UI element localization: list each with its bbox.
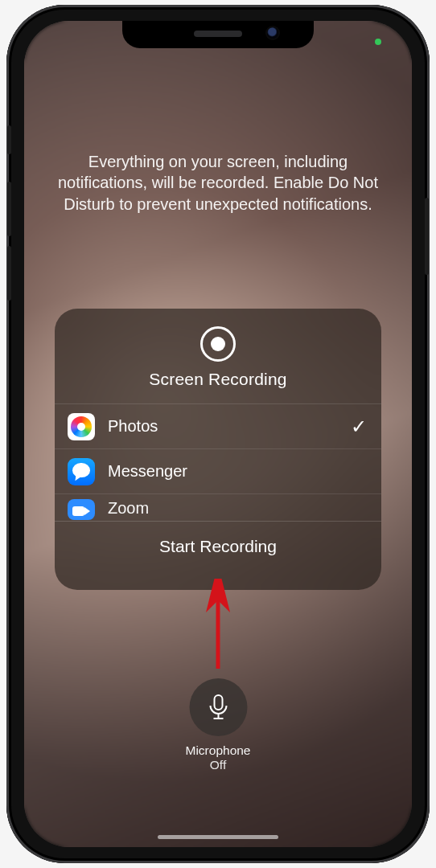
app-row-zoom[interactable]: Zoom	[55, 494, 381, 522]
phone-volume-down	[7, 246, 11, 301]
microphone-icon[interactable]	[189, 678, 247, 736]
phone-screen: Everything on your screen, including not…	[24, 21, 412, 847]
record-icon	[200, 326, 236, 362]
checkmark-icon: ✓	[351, 416, 367, 438]
microphone-label: Microphone	[186, 743, 251, 758]
recording-warning-text: Everything on your screen, including not…	[56, 151, 380, 215]
app-label: Zoom	[108, 499, 367, 518]
svg-rect-0	[214, 695, 222, 710]
app-row-messenger[interactable]: Messenger	[55, 449, 381, 494]
app-label: Messenger	[108, 462, 367, 481]
privacy-indicator-dot	[375, 39, 381, 45]
destination-app-list[interactable]: Photos ✓ Messenger Zoom	[55, 403, 381, 522]
photos-icon	[68, 413, 95, 440]
phone-volume-up	[7, 182, 11, 236]
panel-header: Screen Recording	[55, 309, 381, 403]
zoom-icon	[68, 499, 95, 520]
phone-side-button	[425, 198, 429, 275]
phone-silence-switch	[7, 125, 11, 154]
annotation-arrow	[202, 579, 234, 675]
notch	[122, 21, 314, 48]
home-indicator[interactable]	[158, 835, 278, 839]
messenger-icon	[68, 458, 95, 485]
speaker-grille	[194, 31, 242, 37]
iphone-frame: Everything on your screen, including not…	[6, 5, 430, 863]
front-camera	[267, 27, 278, 39]
screen-recording-panel: Screen Recording Photos ✓ Messenger Zoom	[55, 309, 381, 590]
start-recording-button[interactable]: Start Recording	[55, 522, 381, 571]
app-row-photos[interactable]: Photos ✓	[55, 404, 381, 449]
panel-title: Screen Recording	[55, 370, 381, 403]
microphone-toggle[interactable]: Microphone Off	[186, 678, 251, 772]
microphone-state: Off	[186, 758, 251, 772]
app-label: Photos	[108, 417, 351, 436]
